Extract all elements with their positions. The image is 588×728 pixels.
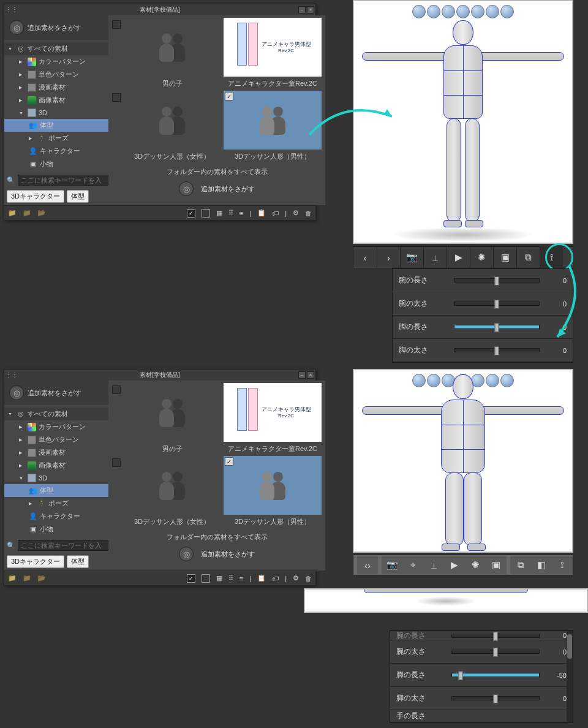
tag-3d-character[interactable]: 3Dキャラクター <box>7 555 64 568</box>
slider-leg-length[interactable]: 脚の長さ -50 <box>390 664 573 687</box>
tree-pose[interactable]: 🕴ポーズ <box>4 497 108 510</box>
prev-button[interactable]: ‹ <box>353 246 377 268</box>
tree-props[interactable]: ▣小物 <box>4 523 108 536</box>
minimize-button[interactable]: – <box>298 6 306 13</box>
search-more-link[interactable]: ◎ 追加素材をさがす <box>112 181 322 196</box>
folder-action-icon[interactable]: 📂 <box>37 574 46 583</box>
camera-angle-icon[interactable]: 📷 <box>382 556 402 574</box>
3d-viewport-bottom[interactable] <box>353 369 573 553</box>
slider-arm-thickness[interactable]: 腕の太さ 0 <box>390 640 573 664</box>
close-button[interactable]: × <box>307 6 314 13</box>
layers-icon[interactable]: ▣ <box>486 556 507 574</box>
tree-color-pattern[interactable]: カラーパターン <box>4 55 108 68</box>
folder-icon[interactable]: 📁 <box>8 209 17 218</box>
thumb-checkbox[interactable] <box>112 385 121 394</box>
search-more-materials[interactable]: ◎ 追加素材をさがす <box>4 15 108 40</box>
3d-figure-short[interactable] <box>411 369 515 553</box>
tree-manga[interactable]: 漫画素材 <box>4 446 108 459</box>
slider-leg-thickness[interactable]: 脚の太さ 0 <box>393 339 573 362</box>
view-small-icon[interactable]: ⠿ <box>228 574 233 582</box>
tree-character[interactable]: 👤 キャラクター <box>4 145 108 157</box>
thumb-anime[interactable]: アニメキャラ男体型Rev.2Cアニメキャラクター童Rev.2C <box>224 383 322 453</box>
tag-body-type[interactable]: 体型 <box>67 190 89 203</box>
view-list-icon[interactable]: ≡ <box>239 575 243 582</box>
slider-arm-length[interactable]: 腕の長さ 0 <box>393 269 573 292</box>
gear-icon[interactable]: ⚙ <box>293 574 299 582</box>
view-check-icon[interactable]: ✓ <box>187 574 195 583</box>
preset-icon[interactable]: ⧉ <box>516 246 540 268</box>
3d-figure[interactable] <box>411 12 515 232</box>
slider-hand-length-cut[interactable]: 手の長さ <box>390 710 573 722</box>
tree-all-materials[interactable]: ◎ すべての素材 <box>4 42 108 55</box>
tree-3d[interactable]: 3D <box>4 107 108 119</box>
folder-action-icon[interactable]: 📂 <box>37 209 46 218</box>
minimize-button[interactable]: – <box>298 371 306 379</box>
search-input[interactable] <box>18 175 108 186</box>
view-large-icon[interactable]: ▦ <box>216 209 222 217</box>
nav-group-icon[interactable]: ‹› <box>357 556 378 574</box>
view-detail-icon[interactable] <box>202 209 210 218</box>
view-check-icon[interactable]: ✓ <box>187 209 195 218</box>
tree-body-type[interactable]: 👥 体型 <box>4 119 108 132</box>
thumb-anime[interactable]: アニメキャラ男体型 Rev.2C アニメキャラクター童Rev.2C <box>224 18 322 88</box>
thumb-boy[interactable]: 男の子 <box>123 18 221 88</box>
slider-arm-length-cut[interactable]: 腕の長さ 0 <box>390 631 573 640</box>
trash-icon[interactable]: 🗑 <box>305 210 312 217</box>
layers-icon[interactable]: ▣ <box>493 246 516 268</box>
view-list-icon[interactable]: ≡ <box>239 210 243 217</box>
tag-icon[interactable]: 🏷 <box>272 210 279 217</box>
view-small-icon[interactable]: ⠿ <box>228 209 233 217</box>
tree-mono-pattern[interactable]: 単色パターン <box>4 433 108 446</box>
paste-icon[interactable]: 📋 <box>257 574 266 582</box>
new-folder-icon[interactable]: 📁 <box>23 574 31 583</box>
thumb-female[interactable]: 3Dデッサン人形（女性） <box>123 456 221 526</box>
view-detail-icon[interactable] <box>202 574 210 583</box>
tree-pose[interactable]: 🕴 ポーズ <box>4 132 108 145</box>
3d-viewport-top[interactable] <box>353 0 573 244</box>
thumb-boy[interactable]: 男の子 <box>123 383 221 453</box>
register-icon[interactable]: ◧ <box>531 556 552 574</box>
thumb-male-selected[interactable]: ✓3Dデッサン人形（男性） <box>224 456 322 526</box>
view-large-icon[interactable]: ▦ <box>216 574 222 582</box>
gear-icon[interactable]: ⚙ <box>293 209 299 217</box>
light-icon[interactable]: ✺ <box>465 556 486 574</box>
search-more-materials[interactable]: ◎ 追加素材をさがす <box>4 381 108 405</box>
tag-body-type[interactable]: 体型 <box>67 555 89 568</box>
tree-3d[interactable]: 3D <box>4 472 108 484</box>
grip-icon[interactable]: ⋮⋮ <box>6 370 18 381</box>
camera-angle-icon[interactable]: 📷 <box>400 246 423 268</box>
show-all-link[interactable]: フォルダー内の素材をすべて表示 <box>112 533 322 542</box>
show-all-link[interactable]: フォルダー内の素材をすべて表示 <box>112 167 322 176</box>
slider-leg-thickness[interactable]: 脚の太さ 0 <box>390 687 573 710</box>
tree-character[interactable]: 👤キャラクター <box>4 510 108 523</box>
focus-icon[interactable]: ⌖ <box>402 556 423 574</box>
trash-icon[interactable]: 🗑 <box>305 575 312 582</box>
tree-body-type[interactable]: 👥体型 <box>4 484 108 497</box>
ground-icon[interactable]: ⟂ <box>423 246 447 268</box>
thumb-male-selected[interactable]: ✓ 3Dデッサン人形（男性） <box>224 91 322 161</box>
tag-icon[interactable]: 🏷 <box>272 575 279 582</box>
tree-all-materials[interactable]: ◎すべての素材 <box>4 408 108 420</box>
thumb-female[interactable]: 3Dデッサン人形（女性） <box>123 91 221 161</box>
thumb-checkbox[interactable] <box>112 93 121 102</box>
light-icon[interactable]: ✺ <box>470 246 493 268</box>
tree-manga[interactable]: 漫画素材 <box>4 81 108 94</box>
tree-mono-pattern[interactable]: 単色パターン <box>4 68 108 81</box>
tree-props[interactable]: ▣ 小物 <box>4 157 108 170</box>
folder-icon[interactable]: 📁 <box>8 574 17 583</box>
scrollbar[interactable] <box>567 631 573 722</box>
grip-icon[interactable]: ⋮⋮ <box>6 4 18 15</box>
body-sliders-button[interactable]: ⟟ <box>552 556 573 574</box>
new-folder-icon[interactable]: 📁 <box>23 209 31 218</box>
tree-image[interactable]: 画像素材 <box>4 459 108 472</box>
slider-arm-thickness[interactable]: 腕の太さ 0 <box>393 292 573 316</box>
paste-icon[interactable]: 📋 <box>257 209 266 217</box>
next-button[interactable]: › <box>377 246 400 268</box>
search-input[interactable] <box>18 540 108 551</box>
tree-color-pattern[interactable]: カラーパターン <box>4 420 108 433</box>
close-button[interactable]: × <box>307 371 314 379</box>
play-icon[interactable]: ▶ <box>447 246 470 268</box>
slider-leg-length[interactable]: 脚の長さ 0 <box>393 316 573 339</box>
play-icon[interactable]: ▶ <box>444 556 465 574</box>
tag-3d-character[interactable]: 3Dキャラクター <box>7 190 64 203</box>
